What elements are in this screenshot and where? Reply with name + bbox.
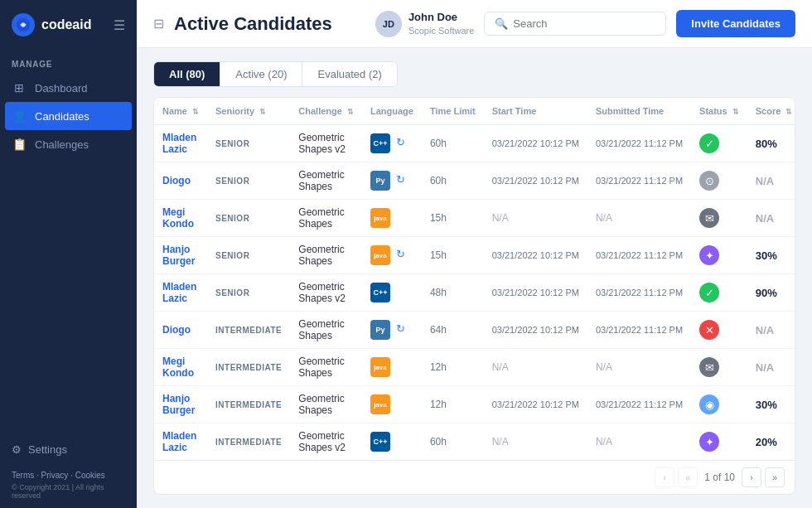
cell-challenge: Geometric Shapes	[290, 312, 362, 349]
cell-time-limit: 48h	[422, 274, 484, 312]
cell-score: N/A	[747, 162, 795, 200]
cell-challenge: Geometric Shapes	[290, 237, 362, 274]
user-name: John Doe	[408, 11, 474, 25]
cookies-link[interactable]: Cookies	[75, 471, 105, 480]
score-value: 20%	[756, 436, 777, 448]
tab-all[interactable]: All (80)	[154, 62, 220, 86]
seniority-badge: INTERMEDIATE	[215, 326, 282, 335]
score-value: N/A	[756, 361, 774, 374]
last-page-button[interactable]: »	[765, 467, 785, 487]
cell-submitted-time: 03/21/2022 11:12 PM	[587, 274, 691, 312]
table-header-row: Name ⇅ Seniority ⇅ Challenge ⇅ Language …	[154, 98, 795, 125]
language-badge: C++	[370, 432, 390, 452]
sidebar-item-challenges[interactable]: 📋 Challenges	[0, 130, 137, 158]
tab-active[interactable]: Active (20)	[220, 62, 302, 86]
candidate-name-link[interactable]: Diogo	[162, 324, 191, 336]
table-row: Megi Kondo INTERMEDIATE Geometric Shapes…	[154, 349, 795, 386]
cell-status: ⊙	[691, 162, 747, 200]
sidebar-item-candidates[interactable]: 👤 Candidates	[5, 102, 132, 130]
tabs: All (80) Active (20) Evaluated (2)	[153, 61, 398, 87]
invite-candidates-button[interactable]: Invite Candidates	[676, 10, 795, 37]
cell-start-time: 03/21/2022 10:12 PM	[484, 237, 587, 274]
challenge-name: Geometric Shapes v2	[298, 281, 346, 304]
status-icon: ◉	[699, 394, 719, 414]
cell-submitted-time: 03/21/2022 11:12 PM	[587, 125, 691, 162]
col-score: Score ⇅	[747, 98, 795, 125]
candidate-name-link[interactable]: Mladen Lazic	[162, 132, 196, 155]
candidate-name-link[interactable]: Megi Kondo	[162, 356, 194, 379]
candidate-name-link[interactable]: Megi Kondo	[162, 206, 194, 230]
score-value: N/A	[756, 175, 774, 187]
sidebar-item-label: Candidates	[35, 110, 89, 123]
language-badge: java	[370, 208, 390, 228]
filter-icon[interactable]: ⊟	[153, 16, 164, 31]
col-seniority: Seniority ⇅	[207, 98, 290, 125]
cell-name: Mladen Lazic	[154, 423, 207, 461]
cell-status: ✕	[691, 312, 747, 349]
candidate-name-link[interactable]: Hanjo Burger	[162, 393, 195, 416]
status-icon: ✦	[699, 432, 719, 452]
sidebar-item-label: Challenges	[35, 138, 89, 151]
sidebar-item-label: Dashboard	[35, 82, 88, 94]
col-name: Name ⇅	[154, 98, 207, 125]
next-page-button[interactable]: ›	[742, 467, 761, 487]
seniority-badge: INTERMEDIATE	[215, 400, 282, 409]
settings-label: Settings	[28, 443, 67, 456]
challenge-name: Geometric Shapes	[298, 393, 344, 416]
cell-score: 80%	[747, 125, 795, 162]
cell-start-time: N/A	[484, 423, 587, 461]
logo-icon	[12, 13, 35, 36]
cell-language: Py ↻	[362, 162, 422, 200]
seniority-badge: SENIOR	[215, 177, 249, 186]
cell-score: 20%	[747, 423, 795, 461]
prev-page-button[interactable]: ‹	[655, 467, 674, 487]
cell-challenge: Geometric Shapes v2	[290, 423, 362, 461]
candidate-name-link[interactable]: Diogo	[162, 175, 191, 186]
language-badge: C++	[370, 283, 390, 302]
challenges-icon: 📋	[12, 138, 27, 151]
cell-time-limit: 64h	[422, 312, 484, 349]
search-input[interactable]	[513, 17, 655, 30]
table-row: Mladen Lazic SENIOR Geometric Shapes v2 …	[154, 274, 795, 312]
table-row: Hanjo Burger INTERMEDIATE Geometric Shap…	[154, 386, 795, 423]
cell-submitted-time: N/A	[587, 200, 691, 237]
table-row: Mladen Lazic SENIOR Geometric Shapes v2 …	[154, 125, 795, 162]
status-icon: ✓	[699, 133, 719, 153]
cell-status: ✉	[691, 200, 747, 237]
cell-challenge: Geometric Shapes v2	[290, 125, 362, 162]
search-box[interactable]: 🔍	[484, 12, 666, 36]
sidebar-item-dashboard[interactable]: ⊞ Dashboard	[0, 74, 137, 102]
candidate-name-link[interactable]: Hanjo Burger	[162, 244, 195, 267]
table-row: Megi Kondo SENIOR Geometric Shapes java …	[154, 200, 795, 237]
status-icon: ✦	[699, 245, 719, 265]
terms-link[interactable]: Terms	[12, 471, 34, 480]
cell-name: Megi Kondo	[154, 349, 207, 386]
candidate-name-link[interactable]: Mladen Lazic	[162, 281, 196, 304]
pagination: ‹ « 1 of 10 › »	[154, 460, 795, 494]
cell-submitted-time: N/A	[587, 423, 691, 461]
cell-seniority: SENIOR	[207, 274, 290, 312]
page-nav: ‹ «	[655, 467, 698, 487]
status-icon: ✉	[699, 357, 719, 377]
challenge-name: Geometric Shapes	[298, 244, 344, 267]
status-icon: ✉	[699, 208, 719, 228]
candidates-icon: 👤	[12, 109, 27, 123]
hamburger-icon[interactable]: ☰	[114, 17, 125, 33]
settings-item[interactable]: ⚙ Settings	[12, 437, 125, 462]
cell-seniority: INTERMEDIATE	[207, 386, 290, 423]
privacy-link[interactable]: Privacy	[41, 471, 69, 480]
sidebar: codeaid ☰ MANAGE ⊞ Dashboard 👤 Candidate…	[0, 0, 137, 508]
seniority-badge: SENIOR	[215, 251, 249, 260]
cell-score: 30%	[747, 386, 795, 423]
first-page-button[interactable]: «	[678, 467, 698, 487]
cell-start-time: 03/21/2022 10:12 PM	[484, 162, 587, 200]
language-badge: C++	[370, 133, 390, 153]
candidate-name-link[interactable]: Mladen Lazic	[162, 430, 196, 453]
tab-evaluated[interactable]: Evaluated (2)	[302, 62, 396, 86]
page-info: 1 of 10	[704, 472, 735, 483]
status-icon: ⊙	[699, 171, 719, 191]
user-company: Scopic Software	[408, 25, 474, 36]
col-status: Status ⇅	[691, 98, 747, 125]
col-start-time: Start Time	[484, 98, 587, 125]
cell-status: ✓	[691, 274, 747, 312]
